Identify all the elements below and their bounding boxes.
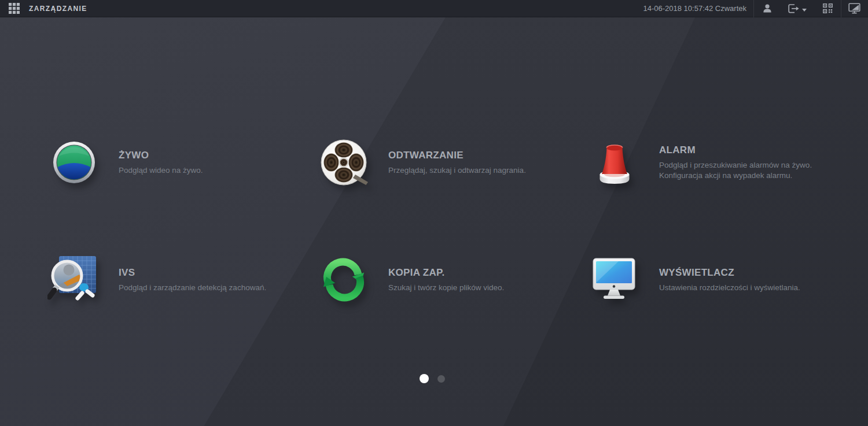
- tile-title: ODTWARZANIE: [388, 150, 526, 161]
- tile-title: WYŚWIETLACZ: [659, 267, 800, 279]
- tile-title: ŻYWO: [119, 150, 203, 161]
- tile-text: ŻYWO Podgląd wideo na żywo.: [119, 150, 203, 176]
- tile-description-line2: Konfiguracja akcji na wypadek alarmu.: [659, 171, 812, 181]
- tile-alarm[interactable]: ALARM Podgląd i przeszukiwanie alarmów n…: [588, 135, 857, 190]
- background-facet-left: [0, 0, 868, 426]
- backup-sync-icon: [317, 252, 370, 308]
- tile-ivs[interactable]: IVS Podgląd i zarządzanie detekcją zacho…: [47, 252, 317, 308]
- user-icon: [762, 3, 773, 13]
- chevron-down-icon: [802, 9, 807, 12]
- qr-code-icon: [823, 3, 833, 13]
- datetime-label: 14-06-2018 10:57:42 Czwartek: [643, 4, 746, 13]
- tile-title: IVS: [119, 267, 266, 279]
- tile-text: KOPIA ZAP. Szukaj i twórz kopie plików v…: [388, 267, 504, 293]
- tile-description: Szukaj i twórz kopie plików video.: [388, 283, 504, 293]
- tile-playback[interactable]: ODTWARZANIE Przeglądaj, szukaj i odtwarz…: [317, 135, 586, 190]
- display-monitor-icon: [588, 252, 641, 308]
- tile-text: WYŚWIETLACZ Ustawienia rozdzielczości i …: [659, 267, 800, 293]
- logout-button[interactable]: [781, 0, 814, 17]
- user-button[interactable]: [754, 0, 781, 17]
- apps-grid-icon[interactable]: [8, 2, 20, 15]
- tile-description: Podgląd i przeszukiwanie alarmów na żywo…: [659, 160, 812, 171]
- logout-icon: [788, 4, 799, 13]
- tile-description: Ustawienia rozdzielczości i wyświetlania…: [659, 283, 800, 293]
- top-bar: ZARZĄDZANIE 14-06-2018 10:57:42 Czwartek: [0, 0, 868, 17]
- background-facet-middle: [0, 0, 868, 426]
- tile-title: ALARM: [659, 145, 812, 156]
- tile-description: Przeglądaj, szukaj i odtwarzaj nagrania.: [388, 165, 526, 176]
- tile-backup[interactable]: KOPIA ZAP. Szukaj i twórz kopie plików v…: [317, 252, 586, 308]
- management-home-screen: ZARZĄDZANIE 14-06-2018 10:57:42 Czwartek: [0, 0, 868, 426]
- tile-description: Podgląd i zarządzanie detekcją zachowań.: [119, 283, 266, 293]
- tile-text: ODTWARZANIE Przeglądaj, szukaj i odtwarz…: [388, 150, 526, 176]
- tile-display[interactable]: WYŚWIETLACZ Ustawienia rozdzielczości i …: [588, 252, 857, 308]
- apps-grid-icon: [9, 3, 20, 14]
- ivs-magnifier-icon: [47, 252, 101, 308]
- tile-title: KOPIA ZAP.: [388, 267, 504, 279]
- page-dot-2-inactive[interactable]: [437, 375, 445, 383]
- tile-description: Podgląd wideo na żywo.: [119, 165, 203, 176]
- tile-text: IVS Podgląd i zarządzanie detekcją zacho…: [119, 267, 266, 293]
- alarm-siren-icon: [588, 135, 641, 190]
- display-mode-icon: [848, 3, 861, 14]
- tile-text: ALARM Podgląd i przeszukiwanie alarmów n…: [659, 145, 812, 180]
- display-mode-button[interactable]: [841, 0, 868, 17]
- page-dot-1-active[interactable]: [420, 374, 429, 383]
- page-title: ZARZĄDZANIE: [29, 5, 87, 13]
- film-reel-icon: [317, 135, 370, 190]
- qr-code-button[interactable]: [814, 0, 841, 17]
- live-view-lens-icon: [47, 135, 101, 190]
- tile-live-view[interactable]: ŻYWO Podgląd wideo na żywo.: [47, 135, 317, 190]
- top-bar-right: 14-06-2018 10:57:42 Czwartek: [643, 0, 868, 17]
- top-bar-left: ZARZĄDZANIE: [0, 2, 87, 15]
